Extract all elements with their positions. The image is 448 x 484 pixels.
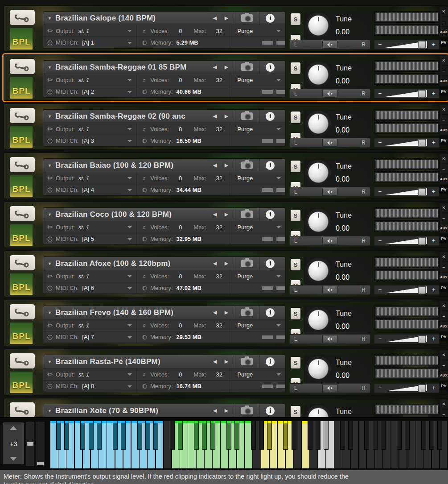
chevron-down-icon[interactable]: ▼ — [48, 114, 52, 119]
chevron-down-icon[interactable] — [127, 189, 132, 191]
solo-button[interactable]: S — [290, 62, 301, 74]
instrument-title[interactable]: Brazilian Samba-Reggae 01 85 BPM — [55, 63, 209, 72]
unmapped-black-key[interactable] — [340, 421, 345, 450]
volume-minus[interactable]: − — [378, 384, 382, 391]
aux-button[interactable]: AUX — [440, 273, 448, 282]
chevron-down-icon[interactable] — [276, 226, 281, 228]
pan-slider[interactable]: L R — [289, 236, 370, 246]
chevron-down-icon[interactable] — [127, 287, 132, 290]
minimize-button[interactable]: – — [440, 410, 448, 417]
volume-minus[interactable]: − — [378, 90, 382, 97]
unmapped-black-key[interactable] — [259, 421, 264, 450]
chevron-down-icon[interactable] — [276, 324, 281, 327]
info-button[interactable]: i — [259, 208, 281, 221]
keyboard-scroll-handle[interactable] — [37, 462, 44, 465]
prev-instrument-button[interactable]: ◀ — [209, 408, 221, 414]
yellow-zone-black-key[interactable] — [283, 421, 288, 450]
solo-button[interactable]: S — [290, 307, 301, 320]
chevron-down-icon[interactable]: ▼ — [48, 163, 52, 168]
instrument-title[interactable]: Brazilian Rasta-Pé (140BPM) — [55, 357, 209, 366]
minimize-button[interactable]: – — [440, 311, 448, 321]
unmapped-black-key[interactable] — [348, 421, 353, 450]
pan-slider[interactable]: L R — [289, 40, 370, 50]
minimize-button[interactable]: – — [440, 115, 448, 124]
prev-instrument-button[interactable]: ◀ — [209, 64, 221, 70]
blue-zone-black-key[interactable] — [64, 421, 69, 450]
output-select[interactable]: Output: st. 1 — [43, 221, 136, 233]
chevron-down-icon[interactable] — [127, 177, 132, 179]
remove-instrument-button[interactable]: ✕ — [440, 7, 448, 16]
minimize-button[interactable]: – — [440, 164, 448, 174]
snapshot-camera-button[interactable] — [235, 257, 259, 270]
volume-handle[interactable] — [418, 139, 426, 147]
instrument-title[interactable]: Brazilian Frevo (140 & 160 BPM) — [55, 308, 209, 317]
keyboard-scroll-track[interactable] — [36, 422, 45, 466]
edit-instrument-button[interactable] — [9, 58, 35, 74]
midi-channel-select[interactable]: MIDI Ch: [A] 6 — [43, 282, 136, 294]
pan-slider[interactable]: L R — [289, 285, 370, 295]
yellow-zone-black-key[interactable] — [267, 421, 272, 450]
next-instrument-button[interactable]: ▶ — [221, 211, 232, 217]
chevron-down-icon[interactable] — [276, 373, 281, 376]
remove-instrument-button[interactable]: ✕ — [440, 105, 448, 114]
volume-minus[interactable]: − — [378, 286, 382, 293]
chevron-down-icon[interactable]: ▼ — [48, 212, 52, 217]
pv-button[interactable]: PV — [440, 381, 448, 390]
snapshot-camera-button[interactable] — [235, 12, 259, 25]
instrument-title[interactable]: Brazilian Samba-Reggae 02 (90 anc — [55, 112, 209, 121]
volume-plus[interactable]: + — [432, 286, 436, 293]
piano-keyboard[interactable] — [50, 421, 448, 468]
unmapped-black-key[interactable] — [292, 421, 296, 450]
purge-menu[interactable]: Purge — [230, 172, 285, 184]
solo-button[interactable]: S — [290, 160, 301, 173]
remove-instrument-button[interactable]: ✕ — [440, 301, 448, 310]
blue-zone-black-key[interactable] — [153, 421, 158, 450]
volume-handle[interactable] — [418, 237, 426, 245]
blue-zone-black-key[interactable] — [89, 421, 94, 450]
transpose-down-icon[interactable] — [10, 457, 17, 461]
next-instrument-button[interactable]: ▶ — [221, 113, 232, 119]
chevron-down-icon[interactable] — [127, 128, 132, 130]
green-zone-black-key[interactable] — [194, 421, 199, 450]
chevron-down-icon[interactable] — [127, 336, 132, 339]
tune-knob[interactable] — [308, 310, 329, 330]
minimize-button[interactable]: – — [440, 213, 448, 223]
volume-slider[interactable]: − + — [374, 138, 440, 148]
pv-button[interactable]: PV — [440, 136, 448, 145]
aux-button[interactable]: AUX — [440, 174, 448, 184]
pan-handle[interactable] — [322, 90, 337, 98]
blue-zone-black-key[interactable] — [97, 421, 102, 450]
volume-handle[interactable] — [418, 335, 426, 343]
chevron-down-icon[interactable] — [127, 324, 132, 327]
volume-plus[interactable]: + — [432, 384, 436, 391]
unmapped-black-key[interactable] — [381, 421, 386, 450]
snapshot-camera-button[interactable] — [235, 208, 259, 221]
chevron-down-icon[interactable]: ▼ — [48, 310, 52, 315]
midi-channel-select[interactable]: MIDI Ch: [A] 5 — [43, 233, 136, 244]
chevron-down-icon[interactable]: ▼ — [48, 16, 52, 21]
edit-instrument-button[interactable] — [9, 304, 35, 320]
green-zone-black-key[interactable] — [202, 421, 207, 450]
next-instrument-button[interactable]: ▶ — [221, 162, 232, 168]
volume-slider[interactable]: − + — [374, 334, 440, 344]
solo-button[interactable]: S — [290, 209, 301, 222]
blue-zone-black-key[interactable] — [121, 421, 126, 450]
volume-slider[interactable]: − + — [374, 236, 440, 246]
chevron-down-icon[interactable] — [276, 30, 281, 32]
chevron-down-icon[interactable] — [127, 30, 132, 32]
chevron-down-icon[interactable] — [276, 79, 281, 81]
chevron-down-icon[interactable] — [127, 226, 132, 228]
purge-menu[interactable]: Purge — [230, 74, 285, 86]
pan-handle[interactable] — [322, 286, 337, 294]
instrument-title[interactable]: Brazilian Baiao (100 & 120 BPM) — [55, 161, 209, 170]
instrument-title[interactable]: Brazilian Coco (100 & 120 BPM) — [55, 210, 209, 219]
volume-plus[interactable]: + — [432, 335, 436, 342]
minimize-button[interactable]: – — [440, 360, 448, 370]
pan-slider[interactable]: L R — [289, 187, 370, 197]
volume-plus[interactable]: + — [432, 139, 436, 146]
minimize-button[interactable]: – — [440, 262, 448, 272]
pan-handle[interactable] — [322, 384, 337, 392]
edit-instrument-button[interactable] — [9, 108, 35, 124]
output-select[interactable]: Output: st. 1 — [43, 172, 136, 184]
edit-instrument-button[interactable] — [9, 402, 35, 417]
